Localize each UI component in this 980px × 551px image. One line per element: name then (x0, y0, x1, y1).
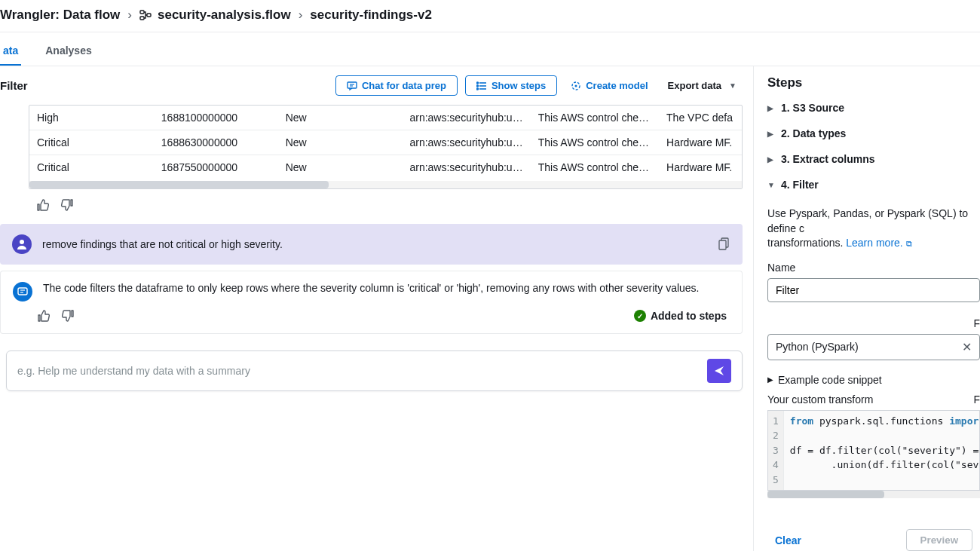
step-item-extract-columns[interactable]: ▶ 3. Extract columns (767, 146, 980, 172)
export-data-button[interactable]: Export data ▼ (662, 76, 743, 95)
thumbs-down-icon[interactable] (61, 309, 75, 323)
chat-for-data-prep-button[interactable]: Chat for data prep (335, 75, 458, 96)
caret-right-icon: ▶ (767, 375, 773, 384)
horizontal-scrollbar[interactable] (29, 181, 742, 188)
table-row[interactable]: Critical 1688630000000 New arn:aws:secur… (29, 130, 742, 155)
tab-data[interactable]: ata (0, 40, 21, 66)
svg-rect-3 (348, 82, 357, 88)
svg-rect-17 (18, 288, 27, 295)
caret-down-icon: ▼ (729, 81, 737, 90)
step-item-filter[interactable]: ▼ 4. Filter (767, 172, 980, 197)
clear-button[interactable]: Clear (767, 530, 809, 551)
assistant-avatar-icon (13, 282, 32, 302)
clear-select-icon[interactable]: ✕ (962, 340, 972, 354)
caret-right-icon: ▶ (767, 130, 775, 138)
name-field[interactable] (767, 278, 980, 302)
svg-rect-0 (140, 11, 144, 14)
preview-button[interactable]: Preview (906, 529, 972, 551)
check-circle-icon: ✓ (634, 310, 646, 322)
chat-assistant-text: The code filters the dataframe to only k… (43, 282, 700, 294)
steps-panel-title: Steps (767, 75, 980, 90)
added-to-steps-status: ✓ Added to steps (634, 310, 727, 322)
caret-right-icon: ▶ (767, 104, 775, 112)
chat-user-message: remove findings that are not critical or… (0, 224, 743, 265)
show-steps-button[interactable]: Show steps (465, 75, 557, 96)
tabs: ata Analyses (0, 32, 980, 66)
caret-down-icon: ▼ (767, 181, 775, 189)
breadcrumb-node[interactable]: security-findings-v2 (310, 8, 432, 23)
thumbs-down-icon[interactable] (60, 198, 74, 212)
svg-rect-2 (147, 14, 151, 17)
breadcrumb-root[interactable]: Wrangler: Data flow (0, 8, 120, 23)
data-table: High 1688100000000 New arn:aws:securityh… (29, 105, 743, 189)
tab-analyses[interactable]: Analyses (42, 40, 94, 66)
name-field-label: Name (767, 262, 980, 274)
chat-icon (347, 81, 357, 90)
thumbs-up-icon[interactable] (37, 309, 51, 323)
language-select[interactable]: Python (PySpark) ✕ (767, 334, 980, 360)
chat-input[interactable] (6, 350, 743, 391)
step-description: Use Pyspark, Pandas, or Pyspark (SQL) to… (767, 207, 980, 251)
list-icon (476, 81, 487, 90)
svg-point-11 (476, 88, 478, 90)
caret-right-icon: ▶ (767, 155, 775, 164)
flow-icon (139, 10, 152, 20)
table-row[interactable]: Critical 1687550000000 New arn:aws:secur… (29, 155, 742, 180)
example-snippet-toggle[interactable]: ▶ Example code snippet (767, 374, 980, 386)
chat-user-text: remove findings that are not critical or… (42, 238, 283, 250)
code-gutter: 12345 (768, 411, 784, 491)
custom-transform-label: Your custom transform (767, 393, 873, 406)
code-editor[interactable]: 12345 from pyspark.sql.functions import … (767, 410, 980, 491)
chat-input-field[interactable] (17, 365, 701, 377)
page-title: Filter (0, 79, 28, 92)
step-item-s3-source[interactable]: ▶ 1. S3 Source (767, 95, 980, 121)
model-icon (571, 81, 581, 91)
field-hint: F (767, 317, 980, 329)
field-hint: F (973, 393, 980, 406)
svg-rect-1 (140, 17, 144, 20)
breadcrumb-flow[interactable]: security-analysis.flow (139, 8, 291, 23)
breadcrumb: Wrangler: Data flow › security-analysis.… (0, 0, 980, 32)
code-horizontal-scrollbar[interactable] (767, 491, 980, 498)
learn-more-link[interactable]: Learn more. ⧉ (846, 237, 911, 249)
svg-point-9 (476, 82, 478, 84)
chevron-right-icon: › (127, 8, 132, 23)
toolbar: Filter Chat for data prep Show steps (0, 66, 753, 105)
svg-point-10 (476, 85, 478, 87)
chat-assistant-message: The code filters the dataframe to only k… (0, 271, 743, 302)
svg-point-14 (20, 240, 24, 244)
svg-point-13 (575, 84, 577, 87)
user-avatar-icon (12, 234, 32, 254)
external-link-icon: ⧉ (906, 239, 912, 248)
table-row[interactable]: High 1688100000000 New arn:aws:securityh… (29, 106, 742, 130)
code-content[interactable]: from pyspark.sql.functions import df = d… (784, 411, 979, 491)
chevron-right-icon: › (299, 8, 303, 23)
create-model-button[interactable]: Create model (565, 76, 654, 95)
thumbs-up-icon[interactable] (36, 198, 50, 212)
step-item-data-types[interactable]: ▶ 2. Data types (767, 121, 980, 146)
copy-icon[interactable] (718, 237, 730, 251)
send-button[interactable] (707, 359, 731, 383)
svg-rect-16 (719, 240, 726, 249)
